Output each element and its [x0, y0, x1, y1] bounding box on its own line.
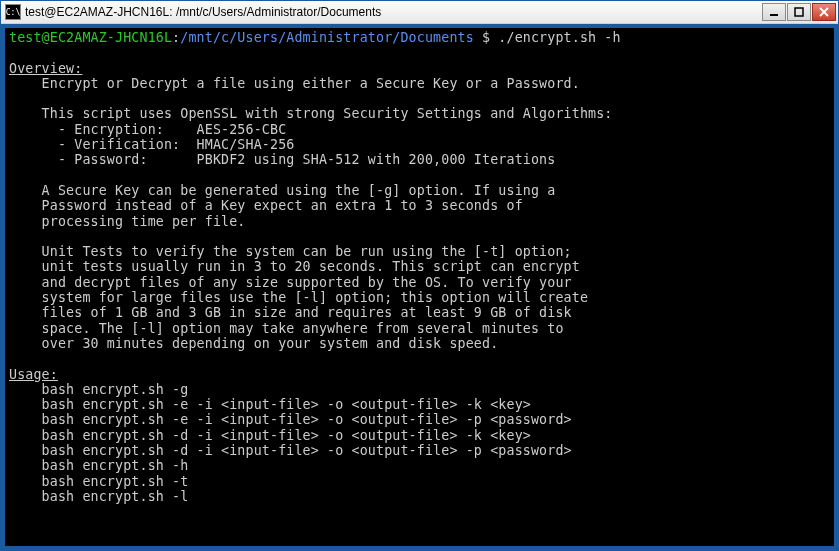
output-line: bash encrypt.sh -h: [9, 458, 188, 473]
output-line: Password instead of a Key expect an extr…: [9, 198, 523, 213]
maximize-button[interactable]: [787, 3, 811, 21]
minimize-button[interactable]: [762, 3, 786, 21]
usage-heading: Usage:: [9, 367, 58, 382]
maximize-icon: [794, 7, 804, 17]
output-line: bash encrypt.sh -l: [9, 489, 188, 504]
close-button[interactable]: [812, 3, 836, 21]
output-line: bash encrypt.sh -e -i <input-file> -o <o…: [9, 412, 572, 427]
output-line: A Secure Key can be generated using the …: [9, 183, 555, 198]
output-line: This script uses OpenSSL with strong Sec…: [9, 106, 613, 121]
terminal-frame: test@EC2AMAZ-JHCN16L:/mnt/c/Users/Admini…: [1, 24, 838, 550]
output-line: - Verification: HMAC/SHA-256: [9, 137, 294, 152]
output-line: bash encrypt.sh -t: [9, 474, 188, 489]
app-icon-text: C:\: [6, 8, 20, 17]
output-line: bash encrypt.sh -d -i <input-file> -o <o…: [9, 428, 531, 443]
output-line: Unit Tests to verify the system can be r…: [9, 244, 572, 259]
terminal[interactable]: test@EC2AMAZ-JHCN16L:/mnt/c/Users/Admini…: [5, 28, 834, 546]
window-controls: [762, 3, 836, 21]
close-icon: [819, 7, 829, 17]
prompt-sigil: $: [474, 30, 498, 45]
output-line: over 30 minutes depending on your system…: [9, 336, 498, 351]
output-line: - Encryption: AES-256-CBC: [9, 122, 286, 137]
titlebar[interactable]: C:\ test@EC2AMAZ-JHCN16L: /mnt/c/Users/A…: [1, 1, 838, 24]
prompt-user-host: test@EC2AMAZ-JHCN16L: [9, 30, 172, 45]
output-line: and decrypt files of any size supported …: [9, 275, 572, 290]
output-line: files of 1 GB and 3 GB in size and requi…: [9, 305, 572, 320]
window-title: test@EC2AMAZ-JHCN16L: /mnt/c/Users/Admin…: [25, 5, 762, 19]
output-line: unit tests usually run in 3 to 20 second…: [9, 259, 580, 274]
svg-rect-0: [770, 14, 778, 16]
command-text: ./encrypt.sh -h: [498, 30, 620, 45]
overview-heading: Overview:: [9, 61, 82, 76]
output-line: processing time per file.: [9, 214, 246, 229]
svg-rect-1: [795, 8, 803, 16]
output-line: bash encrypt.sh -g: [9, 382, 188, 397]
minimize-icon: [769, 7, 779, 17]
window-frame: C:\ test@EC2AMAZ-JHCN16L: /mnt/c/Users/A…: [0, 0, 839, 551]
output-line: bash encrypt.sh -e -i <input-file> -o <o…: [9, 397, 531, 412]
output-line: space. The [-l] option may take anywhere…: [9, 321, 564, 336]
output-line: system for large files use the [-l] opti…: [9, 290, 588, 305]
output-line: bash encrypt.sh -d -i <input-file> -o <o…: [9, 443, 572, 458]
output-line: - Password: PBKDF2 using SHA-512 with 20…: [9, 152, 555, 167]
app-icon: C:\: [5, 4, 21, 20]
output-line: Encrypt or Decrypt a file using either a…: [9, 76, 580, 91]
prompt-path: /mnt/c/Users/Administrator/Documents: [180, 30, 474, 45]
